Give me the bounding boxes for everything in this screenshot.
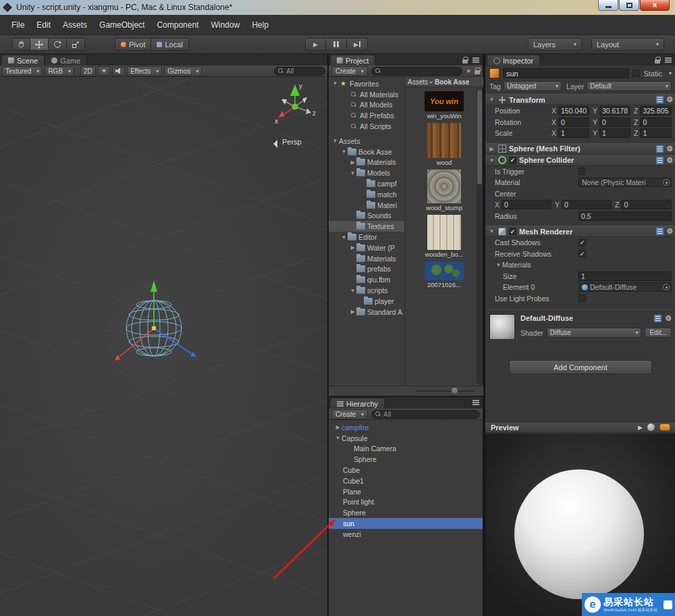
center-y-field[interactable]: 0 (562, 200, 612, 209)
tree-item-water[interactable]: ▶ Water (P (329, 242, 404, 253)
scrollbar-thumb[interactable] (477, 90, 482, 184)
menu-file[interactable]: File (5, 18, 30, 32)
tree-item-sounds[interactable]: Sounds (329, 211, 404, 222)
hierarchy-item-campfire[interactable]: ▶ campfire (329, 422, 483, 433)
foldout-closed-icon[interactable]: ▶ (488, 146, 495, 152)
position-z-field[interactable]: 325.805 (640, 106, 672, 116)
lighting-toggle[interactable]: ☀ (98, 66, 110, 76)
lock-icon[interactable] (655, 59, 660, 63)
gear-icon[interactable]: ⚙ (666, 145, 673, 153)
panel-menu-icon[interactable] (665, 57, 672, 63)
draw-mode-dropdown[interactable]: Textured▾ (2, 66, 43, 76)
tree-item-textures[interactable]: Textures (329, 221, 404, 232)
close-button[interactable]: × (640, 0, 670, 11)
rotation-z-field[interactable]: 0 (640, 118, 672, 127)
sphere-collider-component-header[interactable]: ▼ ✓ Sphere Collider ⚙ (485, 155, 675, 166)
gear-icon[interactable]: ⚙ (666, 157, 673, 164)
receive-shadows-checkbox[interactable]: ✓ (578, 250, 586, 257)
persp-toggle[interactable]: Persp (282, 138, 302, 146)
hierarchy-item-main-camera[interactable]: Main Camera (329, 444, 483, 455)
tree-item-assets[interactable]: ▼ Assets (329, 136, 404, 147)
tab-game[interactable]: Game (45, 55, 87, 66)
vertical-scrollbar[interactable] (477, 88, 483, 384)
layer-dropdown[interactable]: Default ▾ (587, 81, 672, 91)
scale-z-field[interactable]: 1 (640, 128, 672, 138)
menu-gameobject[interactable]: GameObject (93, 18, 151, 32)
create-button[interactable]: Create ▾ (331, 66, 368, 76)
menu-help[interactable]: Help (246, 18, 275, 32)
pivot-toggle-button[interactable]: Pivot (115, 38, 151, 51)
rotation-x-field[interactable]: 0 (558, 118, 589, 127)
hierarchy-item-cube[interactable]: Cube (329, 465, 483, 476)
step-button[interactable]: ▶ (347, 38, 368, 51)
material-sphere-thumbnail[interactable] (489, 314, 515, 340)
preview-canvas[interactable] (485, 434, 675, 616)
effects-dropdown[interactable]: Effects▾ (127, 66, 162, 76)
mesh-filter-component-header[interactable]: ▶ Sphere (Mesh Filter) ⚙ (485, 143, 675, 155)
tree-item-all-models[interactable]: All Models (329, 100, 404, 111)
edit-shader-button[interactable]: Edit... (645, 328, 672, 338)
asset-item[interactable]: You win win_youWin (425, 91, 464, 120)
component-enabled-checkbox[interactable]: ✓ (509, 157, 516, 164)
panel-menu-icon[interactable] (473, 57, 479, 63)
foldout-open-icon[interactable]: ▼ (488, 97, 495, 103)
breadcrumb[interactable]: Assets ▸ Book Asse (405, 77, 483, 87)
position-y-field[interactable]: 30.6178 (599, 106, 630, 116)
tree-item-book-asset[interactable]: ▼ Book Asse (329, 147, 404, 157)
panel-menu-icon[interactable] (473, 400, 479, 405)
element0-material-field[interactable]: Default-Diffuse (578, 282, 672, 292)
tab-scene[interactable]: Scene (1, 55, 45, 66)
scene-search-input[interactable]: All (274, 67, 325, 76)
hand-tool-button[interactable] (12, 38, 30, 51)
foldout-closed-icon[interactable]: ▶ (349, 245, 356, 251)
tree-item-campf[interactable]: campf (329, 178, 404, 189)
maximize-button[interactable] (619, 0, 639, 11)
tree-item-editor[interactable]: ▼ Editor (329, 232, 404, 242)
asset-item[interactable]: wooden_bo... (425, 215, 464, 258)
physic-material-field[interactable]: None (Physic Materi (578, 178, 672, 187)
component-enabled-checkbox[interactable]: ✓ (509, 228, 516, 235)
center-z-field[interactable]: 0 (621, 200, 672, 209)
hierarchy-item-sun[interactable]: sun (329, 518, 483, 529)
search-star-icon[interactable]: ★ (466, 68, 471, 74)
tree-item-favorites[interactable]: ▼ ★ Favorites (329, 78, 404, 89)
local-toggle-button[interactable]: Local (151, 38, 188, 51)
layers-dropdown[interactable]: Layers ▾ (528, 38, 582, 51)
tree-item-scripts[interactable]: ▼ scripts (329, 285, 404, 296)
menu-assets[interactable]: Assets (57, 18, 93, 32)
pause-button[interactable] (326, 38, 347, 51)
tree-item-models[interactable]: ▼ Models (329, 168, 404, 178)
thumbnail-zoom-slider[interactable] (416, 390, 474, 392)
minimize-button[interactable] (598, 0, 618, 11)
foldout-closed-icon[interactable]: ▶ (349, 309, 356, 315)
gear-icon[interactable]: ⚙ (666, 228, 673, 235)
foldout-open-icon[interactable]: ▼ (488, 228, 495, 234)
foldout-open-icon[interactable]: ▼ (340, 234, 348, 240)
radius-field[interactable]: 0.5 (578, 211, 672, 221)
create-button[interactable]: Create ▾ (331, 409, 368, 419)
help-book-icon[interactable] (656, 157, 664, 164)
help-book-icon[interactable] (656, 96, 664, 103)
scale-y-field[interactable]: 1 (599, 128, 630, 138)
tree-item-qiu-fbm[interactable]: qiu.fbm (329, 274, 404, 285)
menu-window[interactable]: Window (205, 18, 246, 32)
foldout-closed-icon[interactable]: ▶ (349, 159, 356, 165)
tree-item-match[interactable]: match (329, 189, 404, 200)
materials-foldout-row[interactable]: ▼ Materials (485, 259, 675, 271)
materials-size-field[interactable]: 1 (578, 272, 672, 281)
slider-knob[interactable] (452, 388, 458, 394)
scale-tool-button[interactable] (67, 38, 85, 51)
2d-toggle[interactable]: 2D (80, 66, 96, 76)
preview-header[interactable]: Preview ▶ (485, 421, 675, 433)
foldout-closed-icon[interactable]: ▶ (334, 424, 342, 430)
move-tool-button[interactable] (30, 38, 49, 51)
foldout-open-icon[interactable]: ▼ (331, 80, 339, 86)
menu-component[interactable]: Component (151, 18, 205, 32)
hierarchy-item-capsule[interactable]: ▼ Capsule (329, 433, 483, 444)
orientation-gizmo[interactable]: y x z (275, 82, 316, 125)
hierarchy-search-input[interactable]: All (371, 410, 480, 419)
foldout-open-icon[interactable]: ▼ (340, 149, 348, 155)
tree-item-all-prefabs[interactable]: All Prefabs (329, 110, 404, 121)
mesh-renderer-component-header[interactable]: ▼ ✓ Mesh Renderer ⚙ (485, 226, 675, 237)
asset-item[interactable]: wood (425, 123, 464, 166)
